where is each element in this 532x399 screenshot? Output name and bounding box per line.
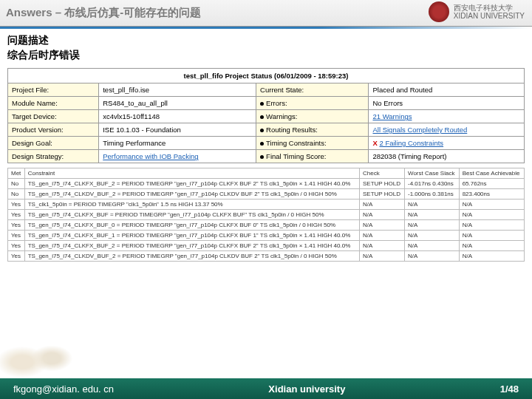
timing-cell: Yes <box>8 241 25 251</box>
timing-cell: TS_gen_i75_i74_CLKDV_BUF_2 = PERIOD TIME… <box>24 251 359 262</box>
status-value: 282038 (Timing Report) <box>369 150 525 163</box>
timing-row: YesTS_gen_i75_i74_CLKDV_BUF_2 = PERIOD T… <box>8 251 525 262</box>
timing-cell: Yes <box>8 251 25 262</box>
timing-cell: 823.400ns <box>459 189 524 200</box>
timing-cell: N/A <box>359 231 404 241</box>
timing-cell: TS_gen_i75_i74_CLKFX_BUF_2 = PERIOD TIME… <box>24 241 359 251</box>
status-label: Product Version: <box>8 123 99 137</box>
timing-cell: Yes <box>8 220 25 231</box>
col-check: Check <box>359 168 404 179</box>
slide-header: Answers – 布线后仿真-可能存在的问题 西安电子科技大学 XIDIAN … <box>0 0 532 27</box>
status-label: Design Strategy: <box>8 150 99 163</box>
section-line2: 综合后时序错误 <box>7 48 525 63</box>
timing-cell: N/A <box>359 220 404 231</box>
status-value: xc4vlx15-10ff1148 <box>99 110 256 123</box>
timing-cell: SETUP HOLD <box>359 179 404 189</box>
timing-row: NoTS_gen_i75_i74_CLKFX_BUF_2 = PERIOD TI… <box>8 179 525 189</box>
decorative-graphic <box>0 332 81 384</box>
bullet-icon <box>260 142 264 146</box>
timing-row: YesTS_gen_i75_i74_CLKFX_BUF_0 = PERIOD T… <box>8 220 525 231</box>
timing-cell: N/A <box>359 200 404 210</box>
bullet-icon <box>260 129 264 132</box>
timing-cell: N/A <box>459 251 524 262</box>
status-label: Errors: <box>256 97 369 110</box>
error-x-icon: X <box>372 139 377 147</box>
timing-cell: No <box>8 179 25 189</box>
timing-cell: N/A <box>359 241 404 251</box>
col-best: Best Case Achievable <box>459 168 524 179</box>
timing-cell: -1.000ns 0.381ns <box>404 189 459 200</box>
footer-page-number: 1/48 <box>500 383 519 395</box>
bullet-icon <box>260 102 264 106</box>
timing-cell: TS_gen_i75_i74_CLKFX_BUF_0 = PERIOD TIME… <box>24 220 359 231</box>
header-title: Answers – 布线后仿真-可能存在的问题 <box>6 6 201 20</box>
col-constraint: Constraint <box>24 168 359 179</box>
timing-cell: TS_gen_i75_i74_CLKDV_BUF_2 = PERIOD TIME… <box>24 189 359 200</box>
status-value: Placed and Routed <box>369 83 525 97</box>
logo-cn: 西安电子科技大学 <box>454 4 525 12</box>
timing-cell: N/A <box>404 231 459 241</box>
slide-footer: fkgong@xidian. edu. cn Xidian university… <box>0 378 532 399</box>
timing-cell: Yes <box>8 231 25 241</box>
col-worst: Worst Case Slack <box>404 168 459 179</box>
timing-cell: TS_gen_i75_i74_CLKFX_BUF_2 = PERIOD TIME… <box>24 179 359 189</box>
status-label: Timing Constraints: <box>256 137 369 150</box>
status-value: No Errors <box>369 97 525 110</box>
status-value: test_pll_fifo.ise <box>99 83 256 97</box>
status-title: test_pll_fifo Project Status (06/01/2009… <box>8 69 525 83</box>
status-label: Project File: <box>8 83 99 97</box>
timing-cell: N/A <box>404 241 459 251</box>
timing-cell: N/A <box>404 251 459 262</box>
routing-link[interactable]: All Signals Completely Routed <box>369 123 525 137</box>
logo-en: XIDIAN UNIVERSITY <box>454 12 525 20</box>
status-value: ISE 10.1.03 - Foundation <box>99 123 256 137</box>
status-label: Routing Results: <box>256 123 369 137</box>
timing-cell: N/A <box>404 210 459 220</box>
timing-cell: SETUP HOLD <box>359 189 404 200</box>
timing-cell: 65.762ns <box>459 179 524 189</box>
status-label: Module Name: <box>8 97 99 110</box>
timing-cell: N/A <box>359 251 404 262</box>
timing-cell: TS_clk1_5p0in = PERIOD TIMEGRP "clk1_5p0… <box>24 200 359 210</box>
timing-cell: N/A <box>459 200 524 210</box>
status-label: Target Device: <box>8 110 99 123</box>
status-value: Timing Performance <box>99 137 256 150</box>
timing-cell: Yes <box>8 210 25 220</box>
bullet-icon <box>260 115 264 119</box>
timing-cell: No <box>8 189 25 200</box>
timing-row: YesTS_clk1_5p0in = PERIOD TIMEGRP "clk1_… <box>8 200 525 210</box>
timing-row: NoTS_gen_i75_i74_CLKDV_BUF_2 = PERIOD TI… <box>8 189 525 200</box>
timing-cell: N/A <box>459 241 524 251</box>
timing-cell: N/A <box>359 210 404 220</box>
bullet-icon <box>260 155 264 159</box>
status-label: Current State: <box>256 83 369 97</box>
status-label: Final Timing Score: <box>256 150 369 163</box>
timing-cell: N/A <box>459 220 524 231</box>
timing-cell: N/A <box>404 220 459 231</box>
timing-cell: N/A <box>459 210 524 220</box>
col-met: Met <box>8 168 25 179</box>
logo-icon <box>429 1 449 22</box>
warnings-link[interactable]: 21 Warnings <box>369 110 525 123</box>
timing-constraints-link[interactable]: X 2 Failing Constraints <box>369 137 525 150</box>
timing-cell: TS_gen_i75_i74_CLKFX_BUF_1 = PERIOD TIME… <box>24 231 359 241</box>
status-label: Design Goal: <box>8 137 99 150</box>
status-label: Warnings: <box>256 110 369 123</box>
strategy-link[interactable]: Performance with IOB Packing <box>99 150 256 163</box>
footer-university: Xidian university <box>114 383 500 395</box>
timing-cell: N/A <box>404 200 459 210</box>
section-line1: 问题描述 <box>7 33 525 48</box>
timing-row: YesTS_gen_i75_i74_CLKFX_BUF_1 = PERIOD T… <box>8 231 525 241</box>
project-status-table: test_pll_fifo Project Status (06/01/2009… <box>7 68 525 163</box>
footer-email: fkgong@xidian. edu. cn <box>13 383 114 395</box>
timing-cell: Yes <box>8 200 25 210</box>
status-value: RS484_to_au_all_pll <box>99 97 256 110</box>
timing-cell: -4.017ns 0.430ns <box>404 179 459 189</box>
timing-row: YesTS_gen_i75_i74_CLKFX_BUF_2 = PERIOD T… <box>8 241 525 251</box>
xidian-logo: 西安电子科技大学 XIDIAN UNIVERSITY <box>429 1 525 22</box>
timing-cell: TS_gen_i75_i74_CLKFX_BUF = PERIOD TIMEGR… <box>24 210 359 220</box>
timing-row: YesTS_gen_i75_i74_CLKFX_BUF = PERIOD TIM… <box>8 210 525 220</box>
timing-constraints-table: Met Constraint Check Worst Case Slack Be… <box>7 168 525 262</box>
timing-cell: N/A <box>459 231 524 241</box>
